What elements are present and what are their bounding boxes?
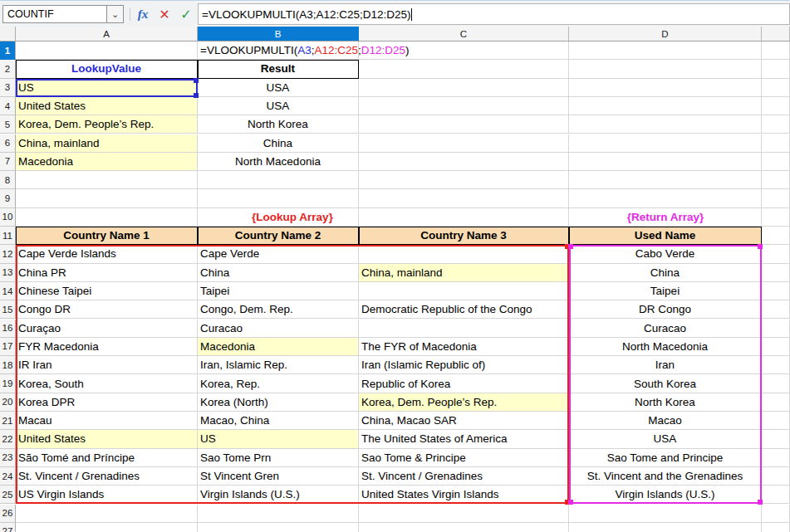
row-header-5[interactable]: 5	[0, 115, 16, 134]
cell-B8[interactable]	[198, 171, 359, 189]
cell-A19[interactable]: Korea, South	[16, 374, 198, 393]
row-header-4[interactable]: 4	[0, 97, 16, 115]
cell-B27[interactable]	[198, 523, 359, 532]
column-header-B[interactable]: B	[198, 27, 359, 41]
cell-C24[interactable]: St. Vincent / Grenadines	[359, 467, 569, 486]
cell-C16[interactable]	[359, 320, 569, 338]
cell-C8[interactable]	[359, 171, 569, 189]
cell-D2[interactable]	[569, 60, 762, 78]
cell-C6[interactable]	[359, 134, 569, 153]
cell-C27[interactable]	[359, 523, 569, 532]
cell-E8[interactable]	[762, 171, 790, 189]
cell-B1[interactable]: =VLOOKUPMULTI(A3;A12:C25;D12:D25)	[198, 41, 359, 60]
cell-C21[interactable]: China, Macao SAR	[359, 412, 569, 430]
cell-B13[interactable]: China	[198, 264, 359, 282]
cell-E12[interactable]	[762, 245, 790, 263]
row-header-26[interactable]: 26	[0, 505, 16, 523]
cell-A12[interactable]: Cape Verde Islands	[16, 245, 198, 263]
cell-B14[interactable]: Taipei	[198, 282, 359, 300]
cell-E15[interactable]	[762, 300, 790, 319]
cell-B7[interactable]: North Macedonia	[198, 153, 359, 171]
cell-A4[interactable]: United States	[16, 97, 198, 115]
cell-E7[interactable]	[762, 153, 790, 171]
row-header-17[interactable]: 17	[0, 338, 16, 356]
cell-E4[interactable]	[762, 97, 790, 115]
cell-D11[interactable]: Used Name	[569, 227, 762, 245]
row-header-21[interactable]: 21	[0, 412, 16, 430]
column-header-D[interactable]: D	[569, 27, 762, 41]
row-header-23[interactable]: 23	[0, 449, 16, 467]
row-header-12[interactable]: 12	[0, 245, 16, 263]
cell-A20[interactable]: Korea DPR	[16, 393, 198, 412]
row-header-9[interactable]: 9	[0, 189, 16, 207]
cell-D9[interactable]	[569, 189, 762, 207]
cell-B9[interactable]	[198, 189, 359, 207]
row-header-10[interactable]: 10	[0, 208, 16, 227]
row-header-6[interactable]: 6	[0, 134, 16, 153]
cell-B24[interactable]: St Vincent Gren	[198, 467, 359, 486]
cell-A21[interactable]: Macau	[16, 412, 198, 430]
cell-E2[interactable]	[762, 60, 790, 78]
cell-D5[interactable]	[569, 115, 762, 134]
cell-E11[interactable]	[762, 227, 790, 245]
cell-A15[interactable]: Congo DR	[16, 300, 198, 319]
column-header-partial[interactable]	[762, 27, 790, 41]
row-header-19[interactable]: 19	[0, 374, 16, 393]
accept-button[interactable]: ✓	[176, 4, 196, 24]
cell-C12[interactable]	[359, 245, 569, 263]
cell-E18[interactable]	[762, 356, 790, 374]
cell-E5[interactable]	[762, 115, 790, 134]
cell-A3[interactable]: US	[16, 79, 198, 97]
cell-E3[interactable]	[762, 79, 790, 97]
cell-D6[interactable]	[569, 134, 762, 153]
cell-D22[interactable]: USA	[569, 430, 762, 448]
cell-D16[interactable]: Curacao	[569, 320, 762, 338]
cell-A17[interactable]: FYR Macedonia	[16, 338, 198, 356]
cell-C17[interactable]: The FYR of Macedonia	[359, 338, 569, 356]
cell-E22[interactable]	[762, 430, 790, 448]
cell-D13[interactable]: China	[569, 264, 762, 282]
row-header-18[interactable]: 18	[0, 356, 16, 374]
cell-A11[interactable]: Country Name 1	[16, 227, 198, 245]
cell-C7[interactable]	[359, 153, 569, 171]
cell-A9[interactable]	[16, 189, 198, 207]
cell-E10[interactable]	[762, 208, 790, 227]
cell-E9[interactable]	[762, 189, 790, 207]
cell-D25[interactable]: Virgin Islands (U.S.)	[569, 486, 762, 504]
cell-E25[interactable]	[762, 486, 790, 504]
cell-D4[interactable]	[569, 97, 762, 115]
cell-B25[interactable]: Virgin Islands (U.S.)	[198, 486, 359, 504]
cell-B12[interactable]: Cape Verde	[198, 245, 359, 263]
cell-B3[interactable]: USA	[198, 79, 359, 97]
lookup-array-label[interactable]: {Lookup Array}	[16, 208, 569, 227]
cell-B15[interactable]: Congo, Dem. Rep.	[198, 300, 359, 319]
cell-E27[interactable]	[762, 523, 790, 532]
cell-E21[interactable]	[762, 412, 790, 430]
cell-A25[interactable]: US Virgin Islands	[16, 486, 198, 504]
cell-A2[interactable]: LookupValue	[16, 60, 198, 78]
cell-B4[interactable]: USA	[198, 97, 359, 115]
cell-B5[interactable]: North Korea	[198, 115, 359, 134]
cell-A18[interactable]: IR Iran	[16, 356, 198, 374]
row-header-14[interactable]: 14	[0, 282, 16, 300]
cell-B22[interactable]: US	[198, 430, 359, 448]
cell-B2[interactable]: Result	[198, 60, 359, 78]
cell-D19[interactable]: South Korea	[569, 374, 762, 393]
cell-C5[interactable]	[359, 115, 569, 134]
cell-A5[interactable]: Korea, Dem. People’s Rep.	[16, 115, 198, 134]
cell-B17[interactable]: Macedonia	[198, 338, 359, 356]
cell-A6[interactable]: China, mainland	[16, 134, 198, 153]
cell-C23[interactable]: Sao Tome & Principe	[359, 449, 569, 467]
row-header-25[interactable]: 25	[0, 486, 16, 504]
cell-E6[interactable]	[762, 134, 790, 153]
cell-D20[interactable]: North Korea	[569, 393, 762, 412]
row-header-11[interactable]: 11	[0, 227, 16, 245]
cell-A14[interactable]: Chinese Taipei	[16, 282, 198, 300]
cell-D27[interactable]	[569, 523, 762, 532]
cell-C11[interactable]: Country Name 3	[359, 227, 569, 245]
cell-A24[interactable]: St. Vincent / Grenadines	[16, 467, 198, 486]
cell-C22[interactable]: The United States of America	[359, 430, 569, 448]
cell-A7[interactable]: Macedonia	[16, 153, 198, 171]
function-wizard-button[interactable]: fx	[133, 4, 153, 24]
row-header-24[interactable]: 24	[0, 467, 16, 486]
